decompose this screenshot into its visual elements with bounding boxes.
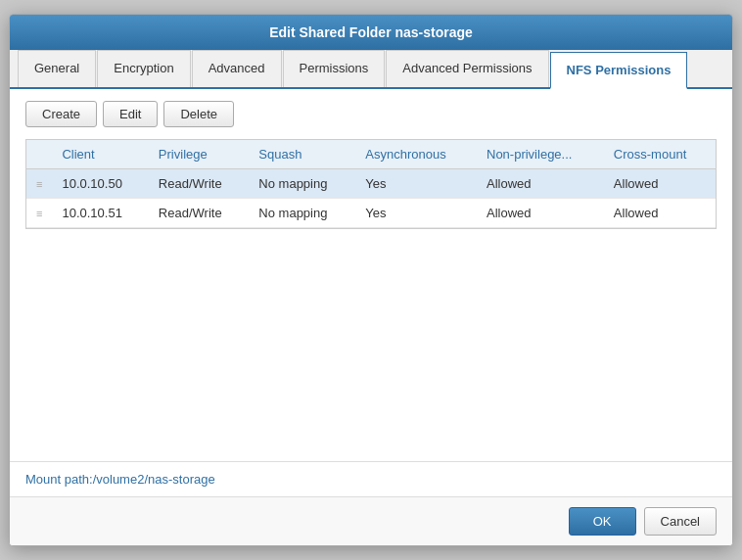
nfs-table: Client Privilege Squash Asynchronous Non…	[25, 139, 717, 229]
col-squash: Squash	[249, 140, 355, 169]
col-cross-mount: Cross-mount	[604, 140, 716, 169]
cell-async: Yes	[355, 169, 477, 199]
dialog-footer: OK Cancel	[10, 496, 732, 545]
cell-async: Yes	[355, 199, 477, 228]
col-async: Asynchronous	[355, 140, 477, 169]
dialog-title: Edit Shared Folder nas-storage	[10, 15, 732, 50]
drag-handle: ≡	[26, 199, 52, 228]
tab-nfs-permissions[interactable]: NFS Permissions	[550, 52, 688, 89]
tab-advanced[interactable]: Advanced	[192, 50, 282, 87]
toolbar: Create Edit Delete	[25, 101, 717, 127]
col-privilege: Privilege	[149, 140, 249, 169]
table-row[interactable]: ≡ 10.0.10.50 Read/Write No mapping Yes A…	[26, 169, 716, 199]
col-non-priv: Non-privilege...	[477, 140, 604, 169]
tab-bar: General Encryption Advanced Permissions …	[10, 50, 732, 89]
table-header-row: Client Privilege Squash Asynchronous Non…	[26, 140, 716, 169]
create-button[interactable]: Create	[25, 101, 97, 127]
table-row[interactable]: ≡ 10.0.10.51 Read/Write No mapping Yes A…	[26, 199, 716, 228]
tab-advanced-permissions[interactable]: Advanced Permissions	[386, 50, 548, 87]
dialog: Edit Shared Folder nas-storage General E…	[9, 14, 733, 546]
mount-path-section: Mount path:/volume2/nas-storage	[10, 461, 732, 496]
cell-cross-mount: Allowed	[604, 199, 716, 228]
tab-encryption[interactable]: Encryption	[97, 50, 190, 87]
mount-path-label: Mount path:	[25, 472, 93, 487]
cell-non-priv: Allowed	[477, 169, 604, 199]
delete-button[interactable]: Delete	[163, 101, 234, 127]
cell-non-priv: Allowed	[477, 199, 604, 228]
cell-privilege: Read/Write	[149, 199, 249, 228]
cell-cross-mount: Allowed	[604, 169, 716, 199]
tab-general[interactable]: General	[18, 50, 96, 87]
cell-client: 10.0.10.51	[52, 199, 148, 228]
col-client: Client	[52, 140, 148, 169]
cancel-button[interactable]: Cancel	[644, 507, 717, 536]
tab-permissions[interactable]: Permissions	[283, 50, 386, 87]
mount-path-value: /volume2/nas-storage	[93, 472, 215, 487]
drag-handle: ≡	[26, 169, 52, 199]
cell-privilege: Read/Write	[149, 169, 249, 199]
tab-content: Create Edit Delete Client Privilege Squa…	[10, 89, 732, 461]
cell-client: 10.0.10.50	[52, 169, 148, 199]
cell-squash: No mapping	[249, 169, 355, 199]
cell-squash: No mapping	[249, 199, 355, 228]
drag-col-header	[26, 140, 52, 169]
ok-button[interactable]: OK	[569, 507, 636, 536]
edit-button[interactable]: Edit	[103, 101, 158, 127]
